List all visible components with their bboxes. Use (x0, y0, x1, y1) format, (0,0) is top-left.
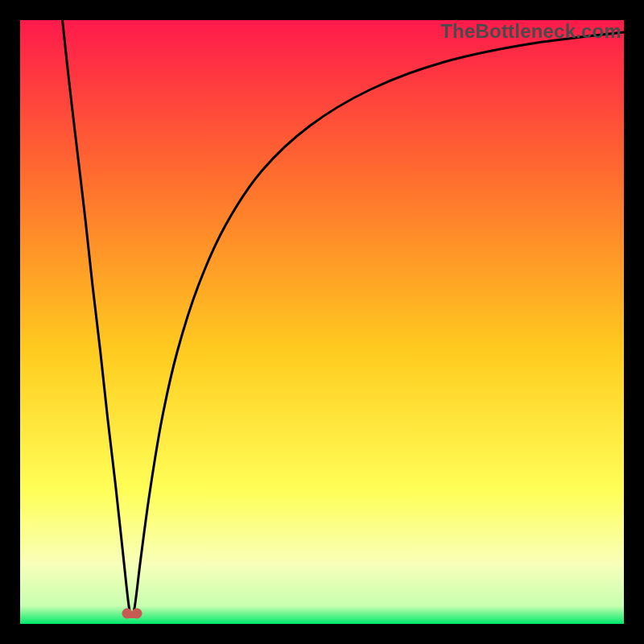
watermark-text: TheBottleneck.com (440, 20, 621, 43)
curve-path (63, 20, 625, 615)
svg-rect-4 (126, 613, 138, 618)
optimal-point-marker (120, 604, 144, 621)
plot-area: TheBottleneck.com (20, 20, 624, 624)
chart-frame: TheBottleneck.com (0, 0, 644, 644)
bottleneck-curve (20, 20, 624, 624)
